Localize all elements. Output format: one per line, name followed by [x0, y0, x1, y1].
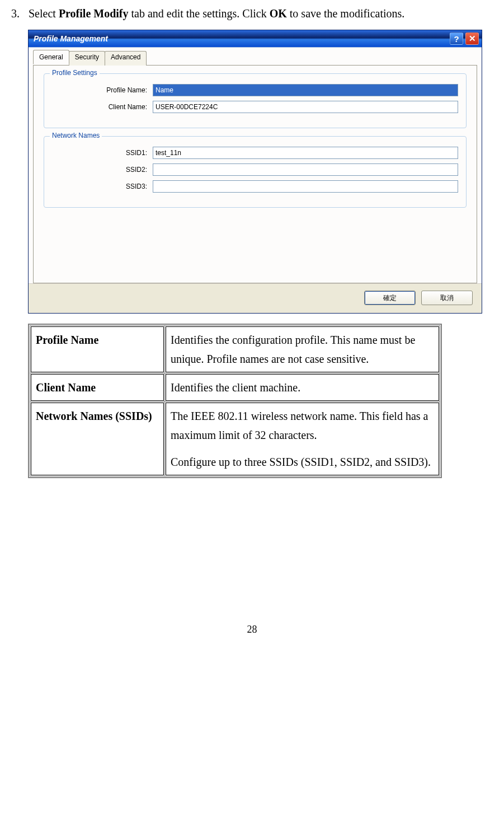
- client-area: General Security Advanced Profile Settin…: [29, 47, 482, 313]
- window-title: Profile Management: [31, 34, 450, 43]
- client-name-label: Client Name:: [52, 103, 153, 111]
- instruction-line: 3. Select Profile Modify tab and edit th…: [11, 3, 493, 24]
- profile-name-label: Profile Name:: [52, 86, 153, 94]
- ssid2-label: SSID2:: [52, 166, 153, 174]
- ssid1-label: SSID1:: [52, 149, 153, 157]
- table-row: Profile Name Identifies the configuratio…: [31, 326, 439, 372]
- help-icon[interactable]: ?: [450, 32, 463, 45]
- term-network-names: Network Names (SSIDs): [31, 403, 164, 475]
- ok-button[interactable]: 確定: [364, 291, 416, 305]
- profile-management-window: Profile Management ? ✕ General Security …: [28, 30, 482, 314]
- description-table: Profile Name Identifies the configuratio…: [28, 324, 442, 478]
- cancel-button[interactable]: 取消: [421, 291, 473, 305]
- desc-client-name: Identifies the client machine.: [166, 374, 439, 401]
- network-names-legend: Network Names: [50, 132, 102, 139]
- client-name-input[interactable]: [153, 101, 458, 113]
- tab-content: Profile Settings Profile Name: Client Na…: [33, 65, 477, 283]
- profile-name-input[interactable]: [153, 84, 458, 96]
- ssid3-input[interactable]: [153, 180, 458, 193]
- ssid2-input[interactable]: [153, 163, 458, 176]
- tab-security[interactable]: Security: [69, 51, 105, 66]
- desc-network-names: The IEEE 802.11 wireless network name. T…: [166, 403, 439, 475]
- desc-profile-name: Identifies the configuration profile. Th…: [166, 326, 439, 372]
- table-row: Network Names (SSIDs) The IEEE 802.11 wi…: [31, 403, 439, 475]
- close-icon[interactable]: ✕: [465, 32, 479, 45]
- term-client-name: Client Name: [31, 374, 164, 401]
- table-row: Client Name Identifies the client machin…: [31, 374, 439, 401]
- ssid1-input[interactable]: [153, 147, 458, 159]
- step-number: 3.: [11, 3, 26, 24]
- profile-settings-legend: Profile Settings: [50, 69, 100, 77]
- page-number: 28: [11, 624, 493, 647]
- ssid3-label: SSID3:: [52, 183, 153, 190]
- term-profile-name: Profile Name: [31, 326, 164, 372]
- profile-settings-group: Profile Settings Profile Name: Client Na…: [44, 73, 467, 128]
- tabstrip: General Security Advanced: [33, 51, 477, 66]
- tab-advanced[interactable]: Advanced: [105, 51, 147, 66]
- titlebar: Profile Management ? ✕: [29, 30, 482, 47]
- network-names-group: Network Names SSID1: SSID2: SSID3:: [44, 136, 467, 208]
- tab-general[interactable]: General: [33, 50, 69, 64]
- button-bar: 確定 取消: [29, 283, 482, 313]
